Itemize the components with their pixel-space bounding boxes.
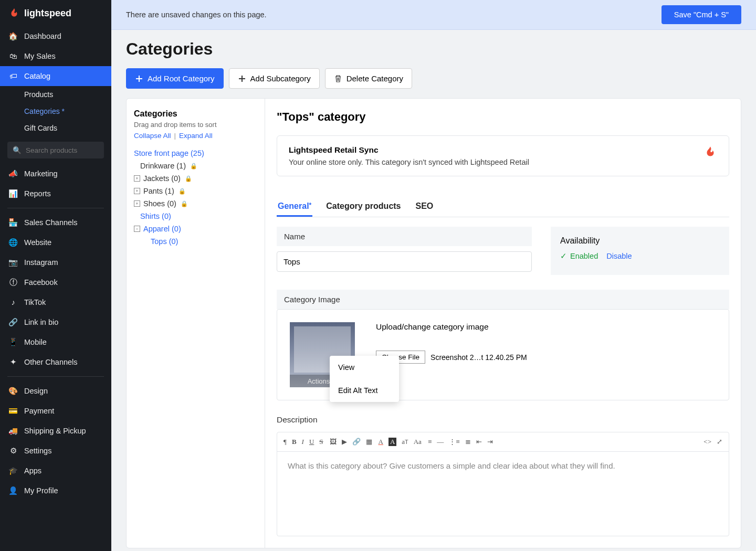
sync-title: Lightspeed Retail Sync	[289, 145, 529, 155]
content: Categories Add Root Category Add Subcate…	[111, 30, 756, 551]
tree-shirts[interactable]: Shirts (0)	[134, 210, 257, 222]
nav-instagram[interactable]: 📷Instagram	[0, 252, 111, 272]
highlight-icon[interactable]: A	[388, 438, 396, 446]
outdent-icon[interactable]: ⇤	[476, 438, 482, 446]
nav-other-channels[interactable]: ✦Other Channels	[0, 352, 111, 372]
editor-body[interactable]: What is this category about? Give custom…	[277, 452, 729, 536]
nav-linkinbio[interactable]: 🔗Link in bio	[0, 312, 111, 332]
nav-shipping[interactable]: 🚚Shipping & Pickup	[0, 421, 111, 441]
globe-icon: 🌐	[8, 238, 18, 247]
collapse-icon[interactable]: −	[134, 226, 140, 232]
brand-logo: lightspeed	[0, 0, 111, 26]
nav-design[interactable]: 🎨Design	[0, 381, 111, 401]
tab-seo[interactable]: SEO	[415, 197, 435, 217]
dropdown-edit-alt[interactable]: Edit Alt Text	[330, 379, 399, 402]
hr-icon[interactable]: —	[437, 438, 444, 446]
table-icon[interactable]: ▦	[366, 438, 372, 446]
add-root-button[interactable]: Add Root Category	[126, 68, 224, 89]
nav-sales-channels[interactable]: 🏪Sales Channels	[0, 213, 111, 232]
underline-icon[interactable]: U	[309, 438, 314, 446]
nav-reports[interactable]: 📊Reports	[0, 184, 111, 204]
nav-settings[interactable]: ⚙Settings	[0, 441, 111, 461]
tree-jackets[interactable]: +Jackets (0)🔒	[134, 172, 257, 185]
sidebar: lightspeed 🏠Dashboard 🛍My Sales 🏷Catalog…	[0, 0, 111, 551]
add-sub-button[interactable]: Add Subcategory	[229, 68, 320, 89]
brand-name: lightspeed	[24, 8, 71, 19]
search-icon: 🔍	[13, 146, 22, 154]
truck-icon: 🚚	[8, 426, 18, 436]
save-button[interactable]: Save "Cmd + S"	[662, 5, 741, 24]
collapse-all[interactable]: Collapse All	[134, 132, 171, 140]
expand-icon[interactable]: +	[134, 188, 140, 194]
expand-icon[interactable]: +	[134, 200, 140, 207]
case-icon[interactable]: Aa	[414, 438, 422, 446]
description-label: Description	[277, 415, 729, 425]
bold-icon[interactable]: B	[292, 438, 297, 446]
expand-all[interactable]: Expand All	[179, 132, 213, 140]
tree-apparel[interactable]: −Apparel (0)	[134, 222, 257, 235]
instagram-icon: 📷	[8, 258, 18, 267]
tree-drinkware[interactable]: Drinkware (1)🔒	[134, 160, 257, 172]
search-input[interactable]	[26, 146, 114, 154]
textcolor-icon[interactable]: A	[379, 438, 383, 446]
upload-title: Upload/change category image	[376, 322, 716, 332]
gear-icon: ⚙	[8, 446, 18, 455]
expand-icon[interactable]: +	[134, 175, 140, 182]
nav-categories[interactable]: Categories *	[0, 103, 111, 120]
align-icon[interactable]: ≡	[428, 438, 432, 446]
nav-profile[interactable]: 👤My Profile	[0, 481, 111, 501]
nav-products[interactable]: Products	[0, 86, 111, 103]
category-tree: Categories Drag and drop items to sort C…	[127, 99, 265, 548]
editor-toolbar: ¶ B I U S 🖼 ▶ 🔗 ▦	[277, 432, 729, 452]
tree-store-front[interactable]: Store front page (25)	[134, 147, 257, 160]
nav-payment[interactable]: 💳Payment	[0, 401, 111, 421]
nav-dashboard[interactable]: 🏠Dashboard	[0, 26, 111, 46]
pilcrow-icon[interactable]: ¶	[284, 438, 287, 446]
nav-facebook[interactable]: ⓕFacebook	[0, 272, 111, 292]
category-details: "Tops" category Lightspeed Retail Sync Y…	[265, 99, 741, 548]
indent-icon[interactable]: ⇥	[487, 438, 493, 446]
name-label: Name	[277, 227, 532, 246]
ol-icon[interactable]: ≣	[465, 438, 471, 446]
nav-website[interactable]: 🌐Website	[0, 232, 111, 252]
italic-icon[interactable]: I	[302, 438, 304, 446]
actions-dropdown: View Edit Alt Text	[330, 356, 399, 402]
rich-editor: ¶ B I U S 🖼 ▶ 🔗 ▦	[277, 432, 729, 536]
strike-icon[interactable]: S	[319, 438, 323, 446]
code-icon[interactable]: <>	[704, 438, 711, 446]
ul-icon[interactable]: ⋮≡	[449, 438, 459, 446]
image-label: Category Image	[277, 290, 729, 309]
search-box[interactable]: 🔍	[7, 142, 104, 158]
lock-icon: 🔒	[181, 200, 188, 207]
flame-icon	[8, 7, 20, 19]
link-icon[interactable]: 🔗	[352, 438, 361, 446]
tab-products[interactable]: Category products	[325, 197, 402, 217]
nav-tiktok[interactable]: ♪TikTok	[0, 292, 111, 312]
nav-giftcards[interactable]: Gift Cards	[0, 120, 111, 136]
divider	[7, 208, 104, 208]
video-icon[interactable]: ▶	[342, 438, 347, 446]
nav-mysales[interactable]: 🛍My Sales	[0, 46, 111, 66]
dropdown-view[interactable]: View	[330, 356, 399, 379]
plus-icon	[135, 75, 143, 83]
image-icon[interactable]: 🖼	[330, 438, 337, 446]
disable-link[interactable]: Disable	[606, 252, 632, 260]
nav-marketing[interactable]: 📣Marketing	[0, 164, 111, 184]
tree-pants[interactable]: +Pants (1)🔒	[134, 185, 257, 197]
nav-apps[interactable]: 🎓Apps	[0, 461, 111, 481]
tab-general[interactable]: General*	[277, 197, 312, 217]
mobile-icon: 📱	[8, 337, 18, 347]
delete-button[interactable]: Delete Category	[325, 68, 412, 89]
fontsize-icon[interactable]: aT	[402, 438, 408, 446]
palette-icon: 🎨	[8, 386, 18, 396]
fullscreen-icon[interactable]: ⤢	[717, 438, 722, 446]
nav-catalog[interactable]: 🏷Catalog	[0, 66, 111, 86]
tree-title: Categories	[134, 109, 257, 119]
name-input[interactable]	[277, 251, 532, 272]
tree-tops[interactable]: Tops (0)	[134, 235, 257, 248]
tree-shoes[interactable]: +Shoes (0)🔒	[134, 197, 257, 210]
banner-text: There are unsaved changes on this page.	[126, 10, 267, 19]
enabled-label: Enabled	[570, 252, 598, 260]
nav-mobile[interactable]: 📱Mobile	[0, 332, 111, 352]
lock-icon: 🔒	[178, 188, 186, 195]
